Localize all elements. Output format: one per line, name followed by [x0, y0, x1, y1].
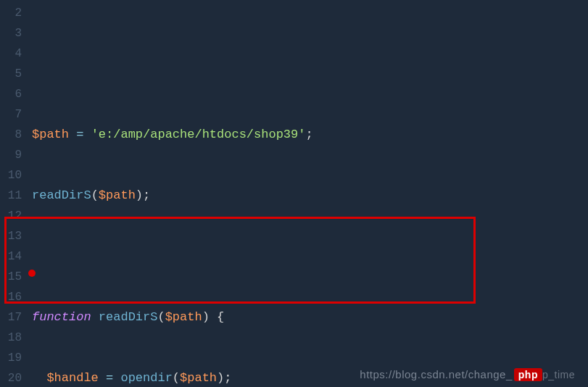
line-number: 11 — [6, 186, 22, 206]
line-number: 3 — [6, 23, 22, 43]
line-number: 18 — [6, 328, 22, 348]
watermark: https://blog.csdn.net/change_phpp_time — [360, 368, 575, 381]
line-number: 8 — [6, 125, 22, 145]
watermark-url: https://blog.csdn.net/change_ — [360, 368, 512, 380]
line-number: 19 — [6, 348, 22, 368]
watermark-badge: php — [514, 368, 542, 381]
code-line — [32, 64, 588, 84]
line-number: 13 — [6, 226, 22, 246]
line-number: 17 — [6, 307, 22, 328]
code-line — [32, 246, 588, 267]
line-number: 6 — [6, 84, 22, 104]
line-number: 20 — [6, 368, 22, 387]
line-number: 7 — [6, 104, 22, 125]
line-number: 9 — [6, 145, 22, 165]
line-number: 14 — [6, 246, 22, 267]
line-number: 4 — [6, 43, 22, 64]
code-line: function readDirS($path) { — [32, 307, 588, 328]
line-number: 5 — [6, 64, 22, 84]
line-number: 12 — [6, 206, 22, 226]
line-number: 10 — [6, 165, 22, 186]
line-number: 15 — [6, 267, 22, 287]
code-editor: 2 3 4 5 6 7 8 9 10 11 12 13 14 15 16 17 … — [0, 0, 588, 387]
watermark-tail: p_time — [542, 369, 575, 380]
code-line: readDirS($path); — [32, 186, 588, 206]
line-number-gutter: 2 3 4 5 6 7 8 9 10 11 12 13 14 15 16 17 … — [0, 0, 32, 387]
line-number: 16 — [6, 287, 22, 307]
code-area[interactable]: $path = 'e:/amp/apache/htdocs/shop39'; r… — [32, 0, 588, 387]
cursor-indicator-icon — [28, 270, 36, 277]
line-number: 2 — [6, 3, 22, 23]
code-line: $path = 'e:/amp/apache/htdocs/shop39'; — [32, 125, 588, 145]
